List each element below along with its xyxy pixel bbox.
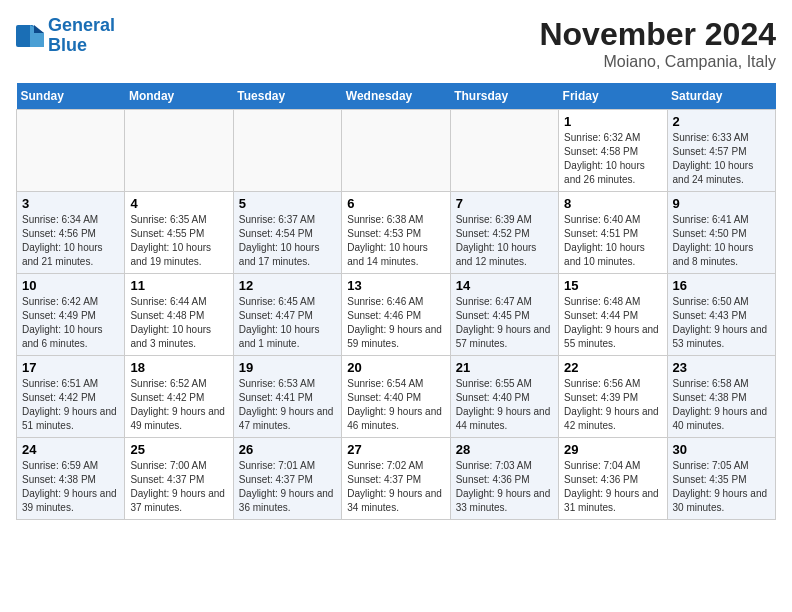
day-number: 13 bbox=[347, 278, 444, 293]
calendar-day-cell: 15Sunrise: 6:48 AM Sunset: 4:44 PM Dayli… bbox=[559, 274, 667, 356]
logo-line1: General bbox=[48, 15, 115, 35]
calendar-table: SundayMondayTuesdayWednesdayThursdayFrid… bbox=[16, 83, 776, 520]
calendar-day-cell: 18Sunrise: 6:52 AM Sunset: 4:42 PM Dayli… bbox=[125, 356, 233, 438]
title-section: November 2024 Moiano, Campania, Italy bbox=[539, 16, 776, 71]
calendar-day-cell: 19Sunrise: 6:53 AM Sunset: 4:41 PM Dayli… bbox=[233, 356, 341, 438]
calendar-day-cell: 8Sunrise: 6:40 AM Sunset: 4:51 PM Daylig… bbox=[559, 192, 667, 274]
calendar-day-cell bbox=[342, 110, 450, 192]
location-title: Moiano, Campania, Italy bbox=[539, 53, 776, 71]
day-info: Sunrise: 6:54 AM Sunset: 4:40 PM Dayligh… bbox=[347, 377, 444, 433]
calendar-day-cell bbox=[17, 110, 125, 192]
calendar-day-cell: 11Sunrise: 6:44 AM Sunset: 4:48 PM Dayli… bbox=[125, 274, 233, 356]
calendar-week-row: 3Sunrise: 6:34 AM Sunset: 4:56 PM Daylig… bbox=[17, 192, 776, 274]
day-number: 7 bbox=[456, 196, 553, 211]
day-number: 27 bbox=[347, 442, 444, 457]
calendar-day-cell: 9Sunrise: 6:41 AM Sunset: 4:50 PM Daylig… bbox=[667, 192, 775, 274]
day-number: 11 bbox=[130, 278, 227, 293]
day-number: 18 bbox=[130, 360, 227, 375]
day-number: 29 bbox=[564, 442, 661, 457]
weekday-header: Thursday bbox=[450, 83, 558, 110]
calendar-day-cell: 20Sunrise: 6:54 AM Sunset: 4:40 PM Dayli… bbox=[342, 356, 450, 438]
day-number: 5 bbox=[239, 196, 336, 211]
calendar-day-cell: 17Sunrise: 6:51 AM Sunset: 4:42 PM Dayli… bbox=[17, 356, 125, 438]
weekday-header: Friday bbox=[559, 83, 667, 110]
weekday-header: Sunday bbox=[17, 83, 125, 110]
calendar-week-row: 24Sunrise: 6:59 AM Sunset: 4:38 PM Dayli… bbox=[17, 438, 776, 520]
day-number: 17 bbox=[22, 360, 119, 375]
day-number: 16 bbox=[673, 278, 770, 293]
calendar-day-cell: 1Sunrise: 6:32 AM Sunset: 4:58 PM Daylig… bbox=[559, 110, 667, 192]
day-number: 12 bbox=[239, 278, 336, 293]
day-info: Sunrise: 6:52 AM Sunset: 4:42 PM Dayligh… bbox=[130, 377, 227, 433]
calendar-day-cell: 4Sunrise: 6:35 AM Sunset: 4:55 PM Daylig… bbox=[125, 192, 233, 274]
calendar-day-cell: 25Sunrise: 7:00 AM Sunset: 4:37 PM Dayli… bbox=[125, 438, 233, 520]
day-info: Sunrise: 6:33 AM Sunset: 4:57 PM Dayligh… bbox=[673, 131, 770, 187]
day-info: Sunrise: 7:00 AM Sunset: 4:37 PM Dayligh… bbox=[130, 459, 227, 515]
calendar-day-cell: 3Sunrise: 6:34 AM Sunset: 4:56 PM Daylig… bbox=[17, 192, 125, 274]
day-info: Sunrise: 6:56 AM Sunset: 4:39 PM Dayligh… bbox=[564, 377, 661, 433]
day-number: 14 bbox=[456, 278, 553, 293]
day-number: 19 bbox=[239, 360, 336, 375]
day-number: 24 bbox=[22, 442, 119, 457]
day-info: Sunrise: 6:50 AM Sunset: 4:43 PM Dayligh… bbox=[673, 295, 770, 351]
calendar-header: SundayMondayTuesdayWednesdayThursdayFrid… bbox=[17, 83, 776, 110]
day-number: 22 bbox=[564, 360, 661, 375]
day-info: Sunrise: 6:58 AM Sunset: 4:38 PM Dayligh… bbox=[673, 377, 770, 433]
svg-marker-2 bbox=[34, 25, 44, 33]
day-info: Sunrise: 6:32 AM Sunset: 4:58 PM Dayligh… bbox=[564, 131, 661, 187]
day-number: 6 bbox=[347, 196, 444, 211]
day-number: 28 bbox=[456, 442, 553, 457]
day-info: Sunrise: 7:05 AM Sunset: 4:35 PM Dayligh… bbox=[673, 459, 770, 515]
calendar-day-cell: 21Sunrise: 6:55 AM Sunset: 4:40 PM Dayli… bbox=[450, 356, 558, 438]
day-info: Sunrise: 6:53 AM Sunset: 4:41 PM Dayligh… bbox=[239, 377, 336, 433]
weekday-header: Monday bbox=[125, 83, 233, 110]
calendar-day-cell bbox=[233, 110, 341, 192]
day-info: Sunrise: 6:34 AM Sunset: 4:56 PM Dayligh… bbox=[22, 213, 119, 269]
day-info: Sunrise: 6:41 AM Sunset: 4:50 PM Dayligh… bbox=[673, 213, 770, 269]
page-header: General Blue November 2024 Moiano, Campa… bbox=[16, 16, 776, 71]
calendar-day-cell: 5Sunrise: 6:37 AM Sunset: 4:54 PM Daylig… bbox=[233, 192, 341, 274]
calendar-day-cell: 22Sunrise: 6:56 AM Sunset: 4:39 PM Dayli… bbox=[559, 356, 667, 438]
calendar-day-cell bbox=[125, 110, 233, 192]
logo: General Blue bbox=[16, 16, 115, 56]
calendar-day-cell: 30Sunrise: 7:05 AM Sunset: 4:35 PM Dayli… bbox=[667, 438, 775, 520]
weekday-header: Tuesday bbox=[233, 83, 341, 110]
day-number: 21 bbox=[456, 360, 553, 375]
calendar-day-cell: 28Sunrise: 7:03 AM Sunset: 4:36 PM Dayli… bbox=[450, 438, 558, 520]
day-number: 1 bbox=[564, 114, 661, 129]
calendar-body: 1Sunrise: 6:32 AM Sunset: 4:58 PM Daylig… bbox=[17, 110, 776, 520]
day-number: 26 bbox=[239, 442, 336, 457]
calendar-week-row: 1Sunrise: 6:32 AM Sunset: 4:58 PM Daylig… bbox=[17, 110, 776, 192]
calendar-day-cell: 27Sunrise: 7:02 AM Sunset: 4:37 PM Dayli… bbox=[342, 438, 450, 520]
day-info: Sunrise: 6:48 AM Sunset: 4:44 PM Dayligh… bbox=[564, 295, 661, 351]
day-info: Sunrise: 6:40 AM Sunset: 4:51 PM Dayligh… bbox=[564, 213, 661, 269]
day-number: 8 bbox=[564, 196, 661, 211]
logo-line2: Blue bbox=[48, 35, 87, 55]
day-info: Sunrise: 6:35 AM Sunset: 4:55 PM Dayligh… bbox=[130, 213, 227, 269]
day-number: 4 bbox=[130, 196, 227, 211]
day-info: Sunrise: 7:02 AM Sunset: 4:37 PM Dayligh… bbox=[347, 459, 444, 515]
day-info: Sunrise: 6:59 AM Sunset: 4:38 PM Dayligh… bbox=[22, 459, 119, 515]
day-number: 3 bbox=[22, 196, 119, 211]
day-number: 15 bbox=[564, 278, 661, 293]
calendar-day-cell: 2Sunrise: 6:33 AM Sunset: 4:57 PM Daylig… bbox=[667, 110, 775, 192]
weekday-header: Saturday bbox=[667, 83, 775, 110]
day-number: 2 bbox=[673, 114, 770, 129]
day-number: 9 bbox=[673, 196, 770, 211]
calendar-day-cell: 7Sunrise: 6:39 AM Sunset: 4:52 PM Daylig… bbox=[450, 192, 558, 274]
day-number: 10 bbox=[22, 278, 119, 293]
day-info: Sunrise: 6:42 AM Sunset: 4:49 PM Dayligh… bbox=[22, 295, 119, 351]
day-info: Sunrise: 7:01 AM Sunset: 4:37 PM Dayligh… bbox=[239, 459, 336, 515]
calendar-day-cell: 10Sunrise: 6:42 AM Sunset: 4:49 PM Dayli… bbox=[17, 274, 125, 356]
calendar-day-cell: 16Sunrise: 6:50 AM Sunset: 4:43 PM Dayli… bbox=[667, 274, 775, 356]
logo-icon bbox=[16, 25, 44, 47]
day-info: Sunrise: 6:55 AM Sunset: 4:40 PM Dayligh… bbox=[456, 377, 553, 433]
weekday-header: Wednesday bbox=[342, 83, 450, 110]
calendar-day-cell: 13Sunrise: 6:46 AM Sunset: 4:46 PM Dayli… bbox=[342, 274, 450, 356]
day-info: Sunrise: 6:45 AM Sunset: 4:47 PM Dayligh… bbox=[239, 295, 336, 351]
calendar-day-cell: 12Sunrise: 6:45 AM Sunset: 4:47 PM Dayli… bbox=[233, 274, 341, 356]
day-number: 25 bbox=[130, 442, 227, 457]
day-info: Sunrise: 6:37 AM Sunset: 4:54 PM Dayligh… bbox=[239, 213, 336, 269]
calendar-day-cell: 24Sunrise: 6:59 AM Sunset: 4:38 PM Dayli… bbox=[17, 438, 125, 520]
calendar-week-row: 17Sunrise: 6:51 AM Sunset: 4:42 PM Dayli… bbox=[17, 356, 776, 438]
